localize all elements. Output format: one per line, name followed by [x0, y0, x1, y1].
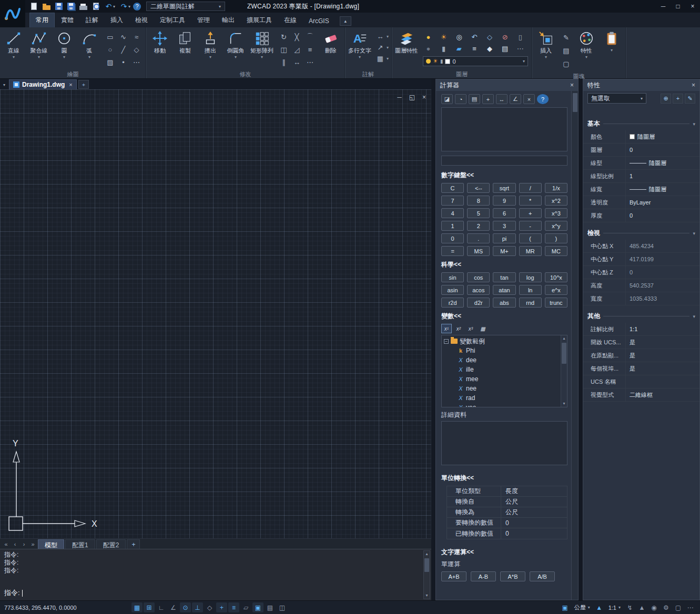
calc-key[interactable]: 0 [441, 233, 464, 243]
drawing-canvas[interactable]: ─ ◱ × Y X [0, 89, 431, 538]
layer-unlock-icon[interactable]: ▯ [514, 31, 526, 43]
auto-annotation-icon[interactable]: ↯ [624, 602, 635, 612]
text-op-button[interactable]: A-B [471, 571, 496, 581]
calc-key[interactable]: cos [467, 272, 490, 282]
calc-key[interactable]: pi [493, 233, 515, 243]
ribbon-tab[interactable]: 檢視 [129, 13, 154, 27]
property-value[interactable]: 0 [625, 266, 699, 279]
isometric-drafting-icon[interactable]: ◫ [277, 602, 288, 612]
calc-key[interactable]: 10^x [545, 272, 567, 282]
prev-layout-icon[interactable]: ‹ [11, 541, 19, 547]
ribbon-tab[interactable]: 管理 [191, 13, 216, 27]
rectangular-array-button[interactable]: 矩形陣列 ▾ [249, 28, 275, 59]
polygon-icon[interactable]: ◇ [130, 44, 143, 55]
section-header[interactable]: 其他▾ [587, 312, 695, 321]
hatch-icon[interactable]: ▨ [104, 56, 116, 68]
last-layout-icon[interactable]: » [29, 541, 37, 547]
paste-to-command-icon[interactable]: ▤ [469, 94, 480, 104]
text-op-button[interactable]: A*B [500, 571, 525, 581]
calc-key[interactable]: . [467, 233, 490, 243]
calc-key[interactable]: ln [519, 285, 542, 295]
calc-key[interactable]: - [519, 221, 542, 231]
property-value[interactable]: 0 [625, 209, 699, 222]
layout-tab[interactable]: 模型 [38, 539, 64, 549]
plot-button[interactable] [79, 1, 88, 12]
numpad-section-label[interactable]: 數字鍵盤<< [441, 171, 567, 180]
calc-key[interactable]: 7 [441, 196, 464, 206]
calc-key[interactable]: 8 [467, 196, 490, 206]
rectangle-icon[interactable]: ▭ [104, 31, 116, 43]
theme-icon[interactable]: ◉ [648, 602, 660, 612]
property-value[interactable]: 540.2537 [625, 279, 699, 292]
unit-conversion-section-label[interactable]: 單位轉換<< [441, 474, 567, 483]
calc-key[interactable]: ) [545, 233, 567, 243]
calc-key[interactable]: d2r [467, 298, 490, 308]
distance-icon[interactable]: ↔ [496, 94, 508, 104]
selection-cycling-icon[interactable]: ▣ [252, 602, 263, 612]
calc-key[interactable]: trunc [545, 298, 567, 308]
plot-preview-button[interactable] [92, 1, 100, 12]
table-button[interactable]: ▦▾ [375, 54, 389, 63]
calc-key[interactable]: log [519, 272, 542, 282]
variable-grid-icon[interactable]: ▦ [478, 324, 488, 333]
calc-key[interactable]: M+ [493, 246, 515, 256]
layer-dropdown[interactable]: ☀ ▮ 0 ▾ [423, 56, 528, 66]
offset-icon[interactable]: ∥ [278, 56, 290, 68]
calc-key[interactable]: ( [519, 233, 542, 243]
ribbon-tab[interactable]: 註解 [80, 13, 104, 27]
open-file-button[interactable] [42, 1, 51, 12]
circle-button[interactable]: 圓 ▾ [52, 28, 76, 59]
layer-lock-icon[interactable]: ▮ [438, 43, 450, 54]
calc-key[interactable]: tan [493, 272, 515, 282]
chevron-down-icon[interactable]: ▾ [545, 55, 547, 59]
variable-item[interactable]: kPhi [444, 346, 560, 355]
more-layer-tools-icon[interactable]: ⋯ [514, 43, 526, 54]
toggle-pickadd-icon[interactable]: ⊕ [661, 94, 671, 104]
unit-conversion-value[interactable]: 0 [501, 528, 567, 539]
calc-key[interactable]: 2 [467, 221, 490, 231]
annotation-visibility-icon[interactable]: ▲ [636, 602, 647, 612]
scroll-up-icon[interactable]: ▴ [563, 335, 565, 342]
next-layout-icon[interactable]: › [20, 541, 28, 547]
details-box[interactable] [441, 421, 567, 465]
ellipse-icon[interactable]: ○ [104, 44, 116, 55]
calc-key[interactable]: 5 [467, 208, 490, 218]
calc-key[interactable]: * [519, 196, 542, 206]
selection-dropdown[interactable]: 無選取 ▾ [587, 93, 646, 104]
property-value[interactable]: 隨圖層 [625, 157, 699, 169]
variable-item[interactable]: Xnee [444, 384, 560, 393]
document-restore-button[interactable]: ◱ [409, 94, 415, 101]
ribbon-tab[interactable]: 實體 [55, 13, 79, 27]
block-manage-icon[interactable]: ▢ [560, 58, 572, 69]
save-button[interactable] [55, 1, 63, 12]
calc-key[interactable]: = [441, 246, 464, 256]
tree-root-item[interactable]: −變數範例 [444, 336, 560, 346]
property-value[interactable] [625, 375, 699, 388]
revision-cloud-icon[interactable]: ≈ [130, 31, 143, 43]
command-line-panel[interactable]: 指令:指令:指令: 指令: ▴ ▾ [0, 549, 431, 600]
calc-key[interactable]: / [519, 183, 542, 193]
calc-key[interactable]: 9 [493, 196, 515, 206]
close-panel-icon[interactable]: × [692, 81, 695, 89]
layer-isolate-icon[interactable]: ◎ [453, 31, 465, 43]
scrollbar-thumb[interactable] [424, 558, 429, 572]
clear-history-icon[interactable]: ◔ [455, 94, 466, 104]
line-button[interactable]: 直線 ▾ [2, 28, 26, 59]
calculator-scrollbar[interactable] [571, 91, 578, 600]
layer-on-icon[interactable]: ● [422, 31, 434, 43]
property-value[interactable]: 417.0199 [625, 253, 699, 265]
close-tab-icon[interactable]: × [69, 81, 72, 88]
section-header[interactable]: 基本▾ [587, 119, 695, 128]
calc-key[interactable]: MS [467, 246, 490, 256]
chevron-down-icon[interactable]: ▾ [63, 55, 65, 59]
calc-key[interactable]: 6 [493, 208, 515, 218]
unit-conversion-value[interactable]: 0 [501, 518, 567, 528]
new-variable-icon[interactable]: x¹ [441, 324, 452, 333]
polyline-button[interactable]: 聚合線 ▾ [27, 28, 51, 59]
calc-key[interactable]: x^y [545, 221, 567, 231]
variables-section-label[interactable]: 變數<< [441, 312, 567, 321]
property-value[interactable]: 485.4234 [625, 240, 699, 252]
scrollbar-thumb[interactable] [573, 93, 577, 112]
save-as-button[interactable] [67, 1, 75, 12]
insert-block-button[interactable]: 插入 ▾ [534, 28, 558, 59]
